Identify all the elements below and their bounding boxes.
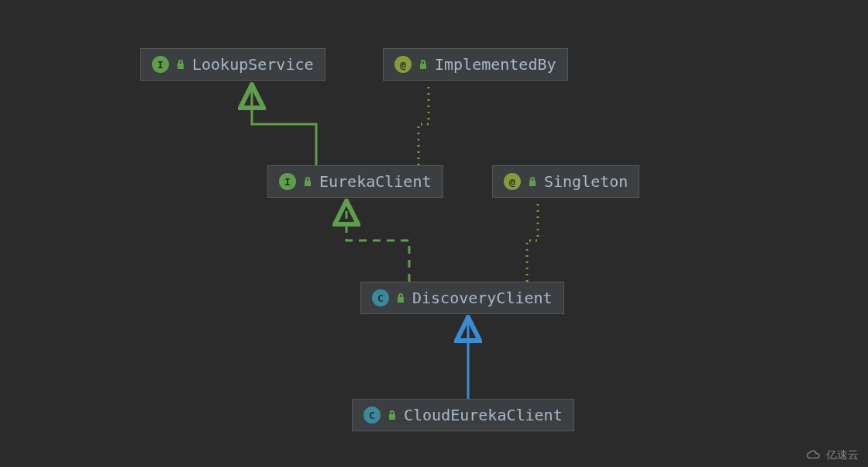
node-cloud-eureka-client[interactable]: C CloudEurekaClient <box>352 399 574 431</box>
lock-icon <box>395 292 406 303</box>
node-label: EurekaClient <box>319 172 432 191</box>
watermark-text: 亿速云 <box>826 448 859 462</box>
node-implemented-by[interactable]: @ ImplementedBy <box>383 48 568 81</box>
lock-icon <box>387 410 398 420</box>
annotation-icon: @ <box>394 56 412 73</box>
edge-eureka-to-lookup <box>252 87 316 165</box>
edge-discovery-to-singleton <box>527 203 538 282</box>
cloud-icon <box>806 450 822 461</box>
class-icon: C <box>363 406 381 424</box>
node-label: DiscoveryClient <box>412 289 553 307</box>
node-lookup-service[interactable]: I LookupService <box>140 48 326 81</box>
edge-discovery-to-eureka <box>346 203 409 282</box>
node-label: ImplementedBy <box>435 55 556 74</box>
interface-icon: I <box>152 56 169 73</box>
lock-icon <box>302 176 313 187</box>
node-label: Singleton <box>544 172 628 191</box>
lock-icon <box>418 59 429 70</box>
class-icon: C <box>372 289 389 306</box>
node-eureka-client[interactable]: I EurekaClient <box>267 165 443 198</box>
lock-icon <box>527 176 538 187</box>
watermark: 亿速云 <box>806 448 859 462</box>
node-label: CloudEurekaClient <box>404 406 563 424</box>
lock-icon <box>175 59 186 70</box>
node-singleton[interactable]: @ Singleton <box>492 165 639 198</box>
interface-icon: I <box>279 173 296 190</box>
annotation-icon: @ <box>504 173 521 190</box>
node-label: LookupService <box>192 55 314 74</box>
edge-eureka-to-implby <box>418 87 429 165</box>
node-discovery-client[interactable]: C DiscoveryClient <box>360 282 564 314</box>
